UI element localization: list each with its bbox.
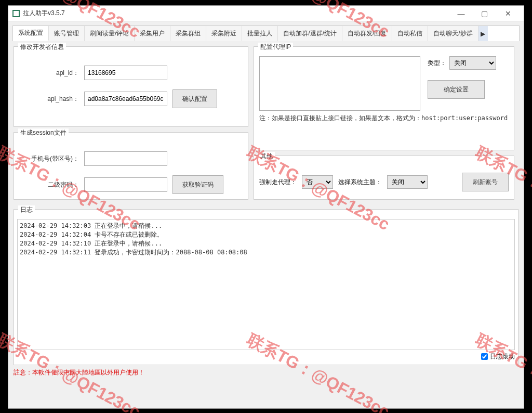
proxy-textarea[interactable] <box>259 56 420 111</box>
force-proxy-label: 强制走代理： <box>259 178 297 187</box>
other-title: 其他 <box>258 152 275 161</box>
password-label: 二级密码： <box>19 180 79 189</box>
tab-account-manage[interactable]: 账号管理 <box>49 26 85 41</box>
tab-collect-user[interactable]: 采集用户 <box>135 26 170 41</box>
proxy-group: 配置代理IP 类型： 关闭 确定设置 <box>254 46 514 150</box>
refresh-account-button[interactable]: 刷新账号 <box>462 173 509 191</box>
tab-bar: 系统配置 账号管理 刷阅读量/评论 采集用户 采集群组 采集附近 批量拉人 自动… <box>12 25 520 41</box>
log-scroll-label: 日志滚动 <box>490 352 515 361</box>
proxy-confirm-button[interactable]: 确定设置 <box>428 80 485 99</box>
titlebar: 拉人助手v3.5.7 — ▢ ✕ <box>8 6 524 21</box>
theme-label: 选择系统主题： <box>338 178 382 187</box>
minimize-button[interactable]: — <box>449 6 473 21</box>
tab-auto-group[interactable]: 自动加群/退群/统计 <box>278 26 342 41</box>
proxy-type-select[interactable]: 关闭 <box>449 56 496 70</box>
log-textarea[interactable]: 2024-02-29 14:32:03 正在登录中，请稍候... 2024-02… <box>17 219 515 350</box>
warning-text: 註意：本軟件僅限中國大陸地區以外用户使用！ <box>8 365 524 380</box>
log-group: 日志 2024-02-29 14:32:03 正在登录中，请稍候... 2024… <box>14 209 518 365</box>
dev-info-group: 修改开发者信息 api_id： api_hash： 确认配置 <box>14 46 248 127</box>
password-input[interactable] <box>84 177 167 192</box>
log-title: 日志 <box>18 205 35 214</box>
proxy-note: 注：如果是接口直接贴上接口链接，如果是文本，格式为：host:port:user… <box>259 114 509 123</box>
phone-input[interactable] <box>84 151 167 166</box>
tab-collect-group[interactable]: 采集群组 <box>170 26 206 41</box>
tab-auto-chat[interactable]: 自动聊天/炒群 <box>428 26 478 41</box>
maximize-button[interactable]: ▢ <box>473 6 496 21</box>
tab-collect-nearby[interactable]: 采集附近 <box>206 26 242 41</box>
app-icon <box>12 10 20 17</box>
tab-auto-send[interactable]: 自动群发/回复 <box>342 26 392 41</box>
close-button[interactable]: ✕ <box>496 6 520 21</box>
api-id-label: api_id： <box>19 69 79 78</box>
window-title: 拉人助手v3.5.7 <box>23 9 449 18</box>
tab-auto-pm[interactable]: 自动私信 <box>392 26 428 41</box>
session-title: 生成session文件 <box>18 128 69 137</box>
api-hash-input[interactable] <box>84 92 167 106</box>
api-id-input[interactable] <box>84 66 167 80</box>
session-group: 生成session文件 手机号(带区号)： 二级密码： 获取验证码 <box>14 132 248 200</box>
proxy-type-label: 类型： <box>428 59 446 68</box>
tab-read-comment[interactable]: 刷阅读量/评论 <box>85 26 135 41</box>
confirm-config-button[interactable]: 确认配置 <box>172 89 217 108</box>
app-window: 拉人助手v3.5.7 — ▢ ✕ 系统配置 账号管理 刷阅读量/评论 采集用户 … <box>8 5 524 409</box>
log-scroll-checkbox[interactable] <box>481 353 488 360</box>
force-proxy-select[interactable]: 否 <box>302 175 333 189</box>
phone-label: 手机号(带区号)： <box>19 154 79 163</box>
tab-scroll-right-icon[interactable]: ▶ <box>478 26 488 41</box>
get-code-button[interactable]: 获取验证码 <box>172 175 223 194</box>
theme-select[interactable]: 关闭 <box>387 175 428 189</box>
proxy-title: 配置代理IP <box>258 43 293 51</box>
api-hash-label: api_hash： <box>19 95 79 104</box>
tab-batch-pull[interactable]: 批量拉人 <box>242 26 278 41</box>
other-group: 其他 强制走代理： 否 选择系统主题： 关闭 刷新账号 <box>254 156 514 200</box>
dev-info-title: 修改开发者信息 <box>18 43 66 51</box>
tab-system-config[interactable]: 系统配置 <box>13 26 49 41</box>
